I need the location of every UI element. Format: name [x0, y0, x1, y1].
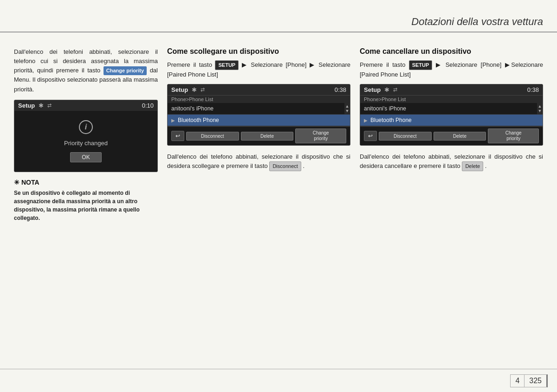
right-bluetooth-icon: ✱: [384, 86, 389, 93]
mid-disconnect-button[interactable]: Disconnect: [186, 132, 239, 141]
mid-setup-screen: Setup ✱ ⇄ 0:38 Phone>Phone List anitooni…: [167, 84, 350, 146]
page-title: Dotazioni della vostra vettura: [411, 16, 543, 28]
right-scrollbar[interactable]: ▲ ▼: [537, 103, 543, 114]
right-setup-header: Setup ✱ ⇄ 0:38: [360, 84, 543, 95]
mid-bluetooth-icon: ✱: [192, 86, 197, 93]
setup-screen-header: Setup ✱ ⇄ 0:10: [14, 100, 157, 111]
right-setup-footer: ↩ Disconnect Delete Changepriority: [360, 126, 543, 145]
mid-transfer-icon: ⇄: [201, 87, 205, 93]
delete-inline-button[interactable]: Delete: [462, 161, 483, 171]
mid-body-text: Dall'elenco dei telefono abbinati, selez…: [167, 152, 350, 171]
mid-setup-header: Setup ✱ ⇄ 0:38: [168, 84, 350, 95]
page-number: 4 325: [510, 374, 548, 387]
page-number-left: 4: [511, 375, 525, 387]
right-back-button[interactable]: ↩: [364, 131, 377, 141]
transfer-icon: ⇄: [47, 103, 52, 109]
mid-scrollbar[interactable]: ▲ ▼: [344, 103, 350, 114]
left-body-text: Dall'elenco dei telefoni abbinati, selez…: [14, 47, 158, 94]
right-body-text: Dall'elenco dei telefono abbinati, selez…: [360, 152, 543, 171]
right-disconnect-button[interactable]: Disconnect: [379, 132, 432, 141]
right-scroll-up-icon[interactable]: ▲: [538, 104, 542, 109]
right-setup-screen: Setup ✱ ⇄ 0:38 Phone>Phone List anitooni…: [360, 84, 543, 146]
nota-text: Se un dispositivo è collegato al momento…: [14, 189, 158, 222]
right-delete-button[interactable]: Delete: [434, 132, 486, 141]
right-setup-subtitle: Phone>Phone List: [360, 95, 543, 103]
mid-setup-subtitle: Phone>Phone List: [168, 95, 350, 103]
mid-priority-button[interactable]: Changepriority: [295, 129, 346, 143]
right-scroll-down-icon[interactable]: ▼: [538, 109, 542, 113]
mid-row-arrow: ▶: [171, 118, 175, 123]
right-column: Come cancellare un dispositivo Premere i…: [360, 47, 543, 360]
right-setup-rows: anitooni's iPhone ▲ ▼ ▶ Bluetooth Phone: [360, 103, 543, 126]
right-section-heading: Come cancellare un dispositivo: [360, 47, 543, 56]
setup-button-right[interactable]: SETUP: [409, 60, 433, 70]
bluetooth-icon: ✱: [39, 102, 44, 109]
disconnect-inline-button[interactable]: Disconnect: [269, 161, 301, 171]
left-column: Dall'elenco dei telefoni abbinati, selez…: [14, 47, 158, 360]
right-transfer-icon: ⇄: [393, 87, 397, 93]
right-intro-text: Premere il tasto SETUP ▶ Selezionare [Ph…: [360, 60, 543, 79]
ok-button[interactable]: OK: [70, 152, 101, 162]
page-footer: 4 325: [0, 369, 557, 392]
mid-intro-text: Premere il tasto SETUP ▶ Selezionare [Ph…: [167, 60, 350, 79]
mid-section-heading: Come scollegare un dispositivo: [167, 47, 350, 56]
mid-setup-rows: anitooni's iPhone ▲ ▼ ▶ Bluetooth Phone: [168, 103, 350, 126]
priority-setup-screen: Setup ✱ ⇄ 0:10 i Priority changed OK: [14, 100, 158, 172]
priority-body: i Priority changed OK: [14, 111, 157, 172]
page-number-right: 325: [525, 375, 546, 387]
mid-row-iphone[interactable]: anitooni's iPhone ▲ ▼: [168, 103, 350, 115]
main-content: Dall'elenco dei telefoni abbinati, selez…: [0, 33, 557, 369]
scroll-down-icon[interactable]: ▼: [345, 109, 350, 113]
right-row-arrow: ▶: [364, 118, 368, 123]
middle-column: Come scollegare un dispositivo Premere i…: [167, 47, 350, 360]
mid-back-button[interactable]: ↩: [171, 131, 184, 141]
setup-button-mid[interactable]: SETUP: [215, 60, 239, 70]
right-row-iphone[interactable]: anitooni's iPhone ▲ ▼: [360, 103, 543, 115]
nota-title: ✳ NOTA: [14, 179, 158, 186]
nota-section: ✳ NOTA Se un dispositivo è collegato al …: [14, 179, 158, 222]
change-priority-button[interactable]: Change priority: [104, 66, 147, 75]
scroll-up-icon[interactable]: ▲: [345, 104, 350, 109]
priority-changed-text: Priority changed: [64, 140, 108, 147]
right-priority-button[interactable]: Changepriority: [488, 129, 539, 143]
mid-row-bluetooth[interactable]: ▶ Bluetooth Phone: [168, 115, 350, 126]
info-icon: i: [79, 120, 93, 134]
mid-delete-button[interactable]: Delete: [241, 132, 294, 141]
mid-setup-footer: ↩ Disconnect Delete Changepriority: [168, 126, 350, 145]
page-header: Dotazioni della vostra vettura: [0, 0, 557, 32]
right-row-bluetooth[interactable]: ▶ Bluetooth Phone: [360, 115, 543, 126]
